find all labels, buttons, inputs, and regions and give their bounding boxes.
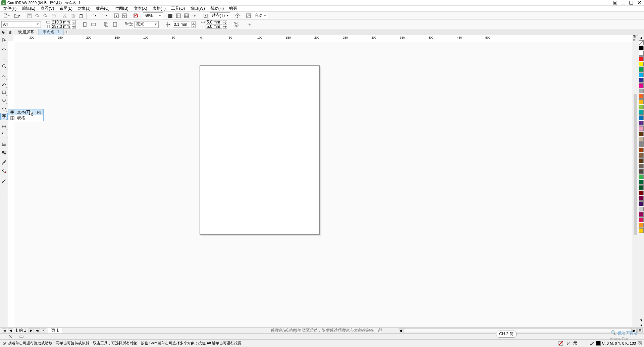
color-swatch[interactable]: [639, 212, 644, 217]
color-swatch[interactable]: [639, 67, 644, 72]
color-swatch[interactable]: [639, 56, 644, 61]
document-tab[interactable]: 未命名 -1: [39, 29, 64, 35]
dynamic-guide-button[interactable]: [19, 334, 24, 339]
fill-indicator-icon[interactable]: [558, 341, 565, 346]
undo-button[interactable]: ▾: [88, 12, 98, 19]
add-tab-button[interactable]: +: [64, 29, 70, 35]
menu-help[interactable]: 帮助(H): [208, 6, 227, 11]
save-button[interactable]: [26, 12, 33, 19]
rectangle-tool[interactable]: [0, 89, 8, 96]
menu-effect[interactable]: 效果(C): [93, 6, 112, 11]
show-grid-button[interactable]: [183, 12, 190, 19]
close-button[interactable]: [636, 0, 643, 5]
menu-window[interactable]: 窗口(W): [187, 6, 207, 11]
import-button[interactable]: [113, 12, 120, 19]
drop-shadow-tool[interactable]: [0, 141, 8, 148]
freehand-tool[interactable]: [0, 72, 8, 80]
flyout-table-item[interactable]: 表格: [8, 115, 43, 121]
color-swatch[interactable]: [639, 164, 644, 168]
page-height-input[interactable]: 297.0 mm: [51, 24, 71, 29]
horizontal-ruler[interactable]: 3002502001501005005010015020025030035040…: [14, 35, 638, 41]
snap-off-button[interactable]: [202, 12, 209, 19]
crop-tool[interactable]: [0, 54, 8, 62]
launch-icon[interactable]: [245, 12, 252, 19]
treat-as-filled-button[interactable]: [232, 21, 240, 28]
dup-y-input[interactable]: 5.0 mm: [206, 24, 222, 29]
welcome-tab[interactable]: 欢迎屏幕: [14, 29, 39, 35]
cut-button[interactable]: [61, 12, 68, 19]
menu-view[interactable]: 查看(V): [38, 6, 57, 11]
page-width-input[interactable]: 210.0 mm: [51, 20, 71, 24]
maximize-button[interactable]: [628, 0, 635, 5]
color-swatch[interactable]: [639, 115, 644, 120]
page-size-combo[interactable]: A4 ▼: [1, 21, 41, 28]
color-swatch[interactable]: [639, 217, 644, 222]
pick-tool[interactable]: [0, 36, 8, 44]
color-swatch[interactable]: [639, 191, 644, 195]
minimize-button[interactable]: [620, 0, 627, 5]
color-swatch[interactable]: [639, 105, 644, 109]
menu-layout[interactable]: 布局(L): [57, 6, 75, 11]
all-pages-button[interactable]: [103, 21, 110, 28]
outline-color-swatch[interactable]: [596, 341, 601, 346]
color-swatch[interactable]: [639, 175, 644, 179]
palette-expand-button[interactable]: ◂: [638, 323, 644, 327]
color-swatch[interactable]: [639, 132, 644, 136]
color-swatch[interactable]: [639, 153, 644, 158]
color-swatch[interactable]: [639, 99, 644, 104]
add-tool-button[interactable]: +: [0, 189, 8, 197]
nav-add-page-button[interactable]: +: [41, 328, 46, 333]
ruler-corner[interactable]: [8, 35, 14, 41]
shape-tool[interactable]: [0, 44, 8, 52]
new-button[interactable]: ▾: [1, 12, 11, 19]
color-swatch[interactable]: [639, 78, 644, 83]
color-swatch[interactable]: [639, 196, 644, 201]
nav-next-button[interactable]: ▶: [29, 328, 34, 333]
menu-tool[interactable]: 工具(O): [168, 6, 187, 11]
pick-tool-tab[interactable]: [0, 29, 7, 35]
launch-combo[interactable]: 启动 ▾: [253, 12, 268, 19]
nudge-input[interactable]: 0.1 mm: [173, 21, 190, 28]
cloud-up-button[interactable]: [34, 12, 41, 19]
menu-buy[interactable]: 购买: [226, 6, 240, 11]
menu-bitmap[interactable]: 位图(B): [112, 6, 131, 11]
unit-combo[interactable]: 毫米 ▼: [135, 21, 159, 28]
connector-tool[interactable]: [0, 131, 8, 138]
add-preset-button[interactable]: +: [246, 21, 253, 28]
menu-file[interactable]: 文件(F): [1, 6, 19, 11]
show-guidelines-button[interactable]: [191, 12, 198, 19]
color-swatch[interactable]: [639, 137, 644, 142]
ime-indicator[interactable]: CH 2 简: [496, 331, 517, 338]
color-swatch[interactable]: [639, 72, 644, 77]
cloud-down-button[interactable]: [42, 12, 49, 19]
ruler-unit-toggle[interactable]: 毫米: [633, 35, 638, 41]
color-swatch[interactable]: [639, 185, 644, 190]
color-swatch[interactable]: [639, 142, 644, 147]
menu-edit[interactable]: 编辑(E): [19, 6, 38, 11]
palette-up-button[interactable]: ▴: [638, 35, 644, 40]
redo-button[interactable]: ▾: [99, 12, 109, 19]
width-spinner[interactable]: ▴▾: [72, 20, 76, 24]
color-swatch[interactable]: [639, 121, 644, 126]
color-swatch[interactable]: [639, 169, 644, 174]
color-swatch[interactable]: [639, 51, 644, 56]
canvas[interactable]: [14, 41, 632, 327]
current-page-button[interactable]: [111, 21, 119, 28]
parallel-dimension-tool[interactable]: [0, 123, 8, 130]
dup-y-spinner[interactable]: ▴▾: [223, 24, 227, 29]
gear-icon[interactable]: [2, 341, 7, 346]
dup-x-input[interactable]: 5.0 mm: [206, 20, 222, 24]
color-swatch[interactable]: [639, 126, 644, 131]
outline-pen-icon[interactable]: [590, 341, 595, 346]
flyout-text-item[interactable]: 字 文本(T) F8: [8, 109, 43, 115]
color-swatch[interactable]: [639, 40, 644, 45]
horizontal-scrollbar[interactable]: [403, 328, 631, 333]
nav-last-button[interactable]: ⏭: [35, 328, 40, 333]
portrait-button[interactable]: [81, 21, 89, 28]
color-swatch[interactable]: [639, 228, 644, 233]
vertical-scrollbar[interactable]: [633, 41, 638, 327]
menu-text[interactable]: 文本(X): [131, 6, 150, 11]
color-swatch[interactable]: [639, 207, 644, 211]
color-swatch[interactable]: [639, 83, 644, 88]
copy-button[interactable]: [69, 12, 76, 19]
